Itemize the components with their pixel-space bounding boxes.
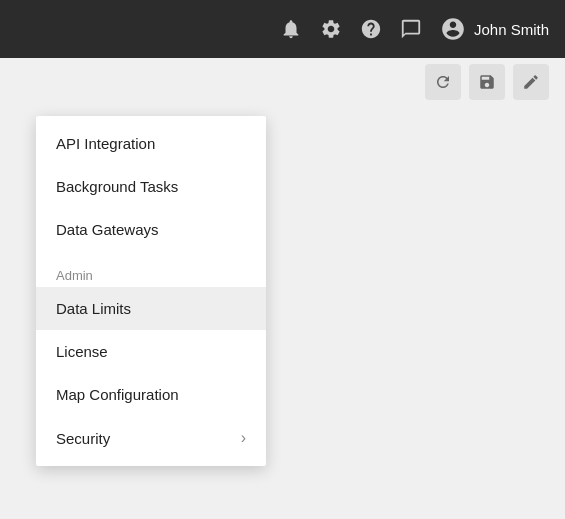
toolbar [409,58,565,106]
menu-item-security[interactable]: Security › [36,416,266,460]
bell-icon[interactable] [280,18,302,40]
menu-item-background-tasks[interactable]: Background Tasks [36,165,266,208]
save-button[interactable] [469,64,505,100]
gear-icon[interactable] [320,18,342,40]
user-avatar-icon [440,16,466,42]
menu-item-map-configuration[interactable]: Map Configuration [36,373,266,416]
user-section[interactable]: John Smith [440,16,549,42]
menu-section-admin-label: Admin [36,260,266,287]
user-name: John Smith [474,21,549,38]
chat-icon[interactable] [400,18,422,40]
navbar: John Smith [0,0,565,58]
dropdown-menu: API Integration Background Tasks Data Ga… [36,116,266,466]
chevron-right-icon: › [241,429,246,447]
menu-divider [36,255,266,256]
help-icon[interactable] [360,18,382,40]
refresh-button[interactable] [425,64,461,100]
edit-button[interactable] [513,64,549,100]
menu-item-api-integration[interactable]: API Integration [36,122,266,165]
menu-item-data-gateways[interactable]: Data Gateways [36,208,266,251]
menu-item-license[interactable]: License [36,330,266,373]
content-area: API Integration Background Tasks Data Ga… [0,58,565,519]
menu-item-data-limits[interactable]: Data Limits [36,287,266,330]
